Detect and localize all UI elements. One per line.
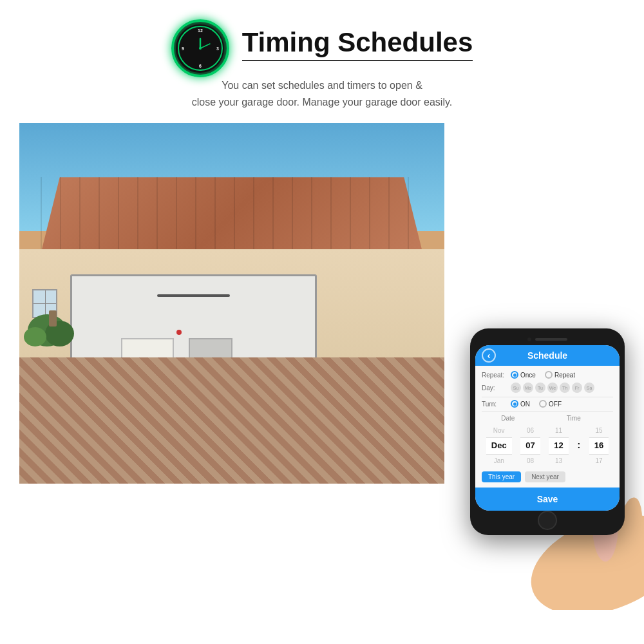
hour-above: 11 <box>553 424 565 437</box>
month-below: Jan <box>491 455 507 468</box>
picker-header: Date Time <box>482 415 613 422</box>
off-label: OFF <box>549 401 562 408</box>
day-row: Day: Su Mo Tu We Th Fr Sa <box>482 383 613 393</box>
month-selected: Dec <box>486 437 512 455</box>
repeat-radio[interactable] <box>545 371 553 379</box>
month-picker[interactable]: Nov Dec Jan <box>486 424 512 468</box>
repeat-option[interactable]: Repeat <box>545 371 575 379</box>
phone-speaker <box>535 338 567 341</box>
on-option[interactable]: ON <box>511 400 530 408</box>
back-button[interactable]: ‹ <box>482 348 496 363</box>
svg-text:3: 3 <box>216 46 219 51</box>
repeat-row: Repeat: Once Repeat <box>482 371 613 379</box>
garage-image <box>19 123 444 484</box>
day-num-above: 06 <box>524 424 536 437</box>
next-year-button[interactable]: Next year <box>525 471 565 482</box>
day-num-selected: 07 <box>520 437 540 455</box>
date-header: Date <box>482 415 535 422</box>
turn-label: Turn: <box>482 401 511 408</box>
minute-above: 15 <box>592 424 605 437</box>
home-button[interactable] <box>538 511 557 530</box>
hour-below: 13 <box>553 455 565 468</box>
wall-light <box>49 310 57 327</box>
phone-top-bar <box>475 334 620 345</box>
turn-row: Turn: ON OFF <box>482 400 613 408</box>
day-circles: Su Mo Tu We Th Fr Sa <box>511 383 594 393</box>
driveway <box>19 357 444 484</box>
divider1 <box>482 397 613 397</box>
svg-text:12: 12 <box>198 28 203 33</box>
day-su[interactable]: Su <box>511 383 521 393</box>
svg-text:6: 6 <box>199 64 202 68</box>
roof-tiles <box>41 177 423 254</box>
title-section: Timing Schedules <box>242 29 473 68</box>
svg-text:9: 9 <box>182 46 184 51</box>
divider2 <box>482 412 613 412</box>
day-tu[interactable]: Tu <box>535 383 545 393</box>
date-time-picker[interactable]: Nov Dec Jan 06 07 08 11 <box>482 424 613 468</box>
app-content: Repeat: Once Repeat <box>475 366 620 488</box>
page-subtitle: You can set schedules and timers to open… <box>192 77 452 110</box>
hour-selected: 12 <box>549 437 568 455</box>
day-picker[interactable]: 06 07 08 <box>520 424 540 468</box>
main-content: ‹ Schedule Repeat: Once <box>0 123 644 484</box>
day-mo[interactable]: Mo <box>523 383 533 393</box>
minute-selected: 16 <box>589 437 609 455</box>
phone-bottom-bar <box>475 511 620 530</box>
day-label: Day: <box>482 384 511 392</box>
bush-left3 <box>24 327 46 346</box>
day-sa[interactable]: Sa <box>584 383 594 393</box>
page-title: Timing Schedules <box>242 29 473 56</box>
time-separator: : <box>577 440 580 453</box>
repeat-options: Once Repeat <box>511 371 575 379</box>
month-above: Nov <box>491 424 507 437</box>
page-header: 12 3 6 9 Timing Schedules You can set sc… <box>0 0 644 110</box>
phone-body: ‹ Schedule Repeat: Once <box>470 328 625 535</box>
minute-below: 17 <box>592 455 605 468</box>
off-option[interactable]: OFF <box>539 400 562 408</box>
app-title: Schedule <box>527 350 567 361</box>
phone-container: ‹ Schedule Repeat: Once <box>438 328 644 535</box>
save-button[interactable]: Save <box>475 488 620 511</box>
day-fr[interactable]: Fr <box>572 383 582 393</box>
svg-point-7 <box>199 47 202 50</box>
repeat-label: Repeat: <box>482 372 511 379</box>
time-header: Time <box>535 415 613 422</box>
phone-screen: ‹ Schedule Repeat: Once <box>475 345 620 511</box>
hour-picker[interactable]: 11 12 13 <box>549 424 568 468</box>
minute-picker[interactable]: 15 16 17 <box>589 424 609 468</box>
once-option[interactable]: Once <box>511 371 536 379</box>
turn-options: ON OFF <box>511 400 562 408</box>
day-num-below: 08 <box>524 455 536 468</box>
once-label: Once <box>520 372 536 379</box>
on-radio[interactable] <box>511 400 518 408</box>
title-underline <box>242 60 473 61</box>
on-label: ON <box>520 401 530 408</box>
day-we[interactable]: We <box>547 383 558 393</box>
off-radio[interactable] <box>539 400 547 408</box>
phone-camera <box>527 337 531 341</box>
this-year-button[interactable]: This year <box>482 471 521 482</box>
app-header: ‹ Schedule <box>475 345 620 366</box>
once-radio[interactable] <box>511 371 518 379</box>
year-buttons: This year Next year <box>482 471 613 482</box>
day-th[interactable]: Th <box>560 383 570 393</box>
clock-icon: 12 3 6 9 <box>171 19 229 77</box>
repeat-label-text: Repeat <box>554 372 575 379</box>
